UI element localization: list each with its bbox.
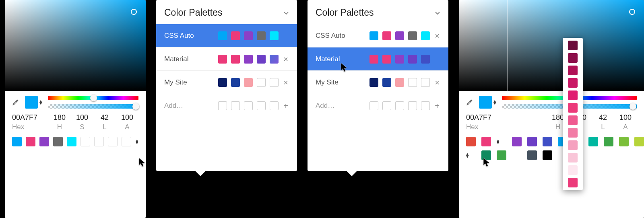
palette-mini-swatch[interactable] [382,78,391,87]
palette-mini-swatch[interactable] [244,101,253,110]
shade-swatch[interactable] [568,140,578,150]
palette-row[interactable]: CSS Auto× [308,24,448,47]
close-icon[interactable]: × [434,79,440,86]
palette-swatch[interactable] [39,137,49,146]
palette-mini-swatch[interactable] [395,78,404,87]
palette-swatch[interactable] [527,150,537,160]
shade-swatch[interactable] [568,165,578,175]
palette-mini-swatch[interactable] [270,101,279,110]
close-icon[interactable]: × [283,56,289,62]
palette-row[interactable]: My Site× [308,70,448,94]
shade-swatch[interactable] [568,90,578,100]
palette-mini-swatch[interactable] [218,78,227,87]
palette-mini-swatch[interactable] [257,31,266,40]
palette-swatch[interactable] [481,150,491,160]
shade-swatch[interactable] [568,128,578,138]
hue-value[interactable]: 180 [54,113,66,122]
palette-mini-swatch[interactable] [369,101,378,110]
palette-mini-swatch[interactable] [369,55,378,64]
plus-icon[interactable]: + [434,103,440,109]
sat-value[interactable]: 100 [76,113,88,122]
palette-mini-swatch[interactable] [382,55,391,64]
chevron-down-icon[interactable] [283,10,289,16]
palette-mini-swatch[interactable] [257,101,266,110]
hue-slider-handle[interactable] [90,95,97,101]
palette-mini-swatch[interactable] [244,55,253,64]
eyedropper-icon[interactable] [12,99,19,106]
palette-stepper-icon[interactable]: ▴▾ [497,139,508,144]
alpha-slider[interactable] [48,104,138,109]
palette-mini-swatch[interactable] [382,31,391,40]
palette-swatch[interactable] [67,137,76,146]
palette-swatch[interactable] [634,137,644,146]
palette-mini-swatch[interactable] [244,78,253,87]
palette-mini-swatch[interactable] [408,55,417,64]
palette-swatch[interactable] [53,137,63,146]
palette-row-add[interactable]: Add…+ [308,94,448,117]
alpha-slider-handle[interactable] [132,103,139,110]
palette-row-add[interactable]: Add…+ [156,94,297,117]
palette-mini-swatch[interactable] [270,55,279,64]
saturation-handle[interactable] [629,9,635,15]
saturation-field[interactable] [5,0,146,91]
hex-value[interactable]: 00A7F7 [466,113,491,122]
palette-swatch[interactable] [26,137,35,146]
swatch-stepper-icon[interactable]: ▴▾ [493,100,496,105]
palette-mini-swatch[interactable] [369,31,378,40]
palette-swatch[interactable] [80,137,90,146]
palette-mini-swatch[interactable] [218,31,227,40]
palette-swatch[interactable] [122,137,131,146]
shade-swatch[interactable] [568,53,578,63]
palette-row[interactable]: CSS Auto [156,24,297,47]
current-color-swatch[interactable] [479,96,492,109]
palette-swatch[interactable] [527,137,537,146]
palette-swatch[interactable] [481,137,491,146]
palette-mini-swatch[interactable] [244,31,253,40]
palette-mini-swatch[interactable] [231,31,240,40]
close-icon[interactable]: × [283,79,289,86]
palette-row[interactable]: My Site× [156,70,297,94]
palette-swatch[interactable] [512,137,522,146]
palette-row[interactable]: Material [308,47,448,70]
plus-icon[interactable]: + [283,103,289,109]
saturation-field[interactable] [459,0,644,91]
palette-mini-swatch[interactable] [421,78,430,87]
light-value[interactable]: 42 [101,113,109,122]
shade-swatch[interactable] [568,153,578,162]
shade-swatch[interactable] [568,103,578,113]
palette-mini-swatch[interactable] [257,55,266,64]
palette-swatch[interactable] [466,137,476,146]
shade-swatch[interactable] [568,178,578,187]
palette-mini-swatch[interactable] [231,78,240,87]
palette-swatch[interactable] [94,137,104,146]
palette-swatch[interactable] [588,137,598,146]
palette-mini-swatch[interactable] [421,55,430,64]
shade-swatch[interactable] [568,78,578,88]
close-icon[interactable]: × [434,33,440,39]
palette-mini-swatch[interactable] [395,101,404,110]
palette-swatch[interactable] [604,137,613,146]
palette-mini-swatch[interactable] [408,78,417,87]
palette-mini-swatch[interactable] [270,78,279,87]
palette-mini-swatch[interactable] [231,101,240,110]
palette-mini-swatch[interactable] [421,31,430,40]
palette-mini-swatch[interactable] [369,78,378,87]
hue-slider[interactable] [48,96,138,100]
palette-stepper-icon[interactable]: ▴▾ [136,139,138,144]
palette-mini-swatch[interactable] [270,31,279,40]
eyedropper-icon[interactable] [466,99,473,106]
palette-mini-swatch[interactable] [382,101,391,110]
shade-swatch[interactable] [568,115,578,125]
palette-mini-swatch[interactable] [231,55,240,64]
palette-swatch[interactable] [497,150,506,160]
palette-row[interactable]: Material× [156,47,297,70]
palette-swatch[interactable] [12,137,22,146]
palette-mini-swatch[interactable] [421,101,430,110]
palette-swatch[interactable] [543,137,552,146]
palette-mini-swatch[interactable] [218,55,227,64]
palette-mini-swatch[interactable] [408,101,417,110]
palette-mini-swatch[interactable] [408,31,417,40]
chevron-down-icon[interactable] [435,10,440,16]
palette-swatch[interactable] [619,137,629,146]
shade-swatch[interactable] [568,41,578,50]
